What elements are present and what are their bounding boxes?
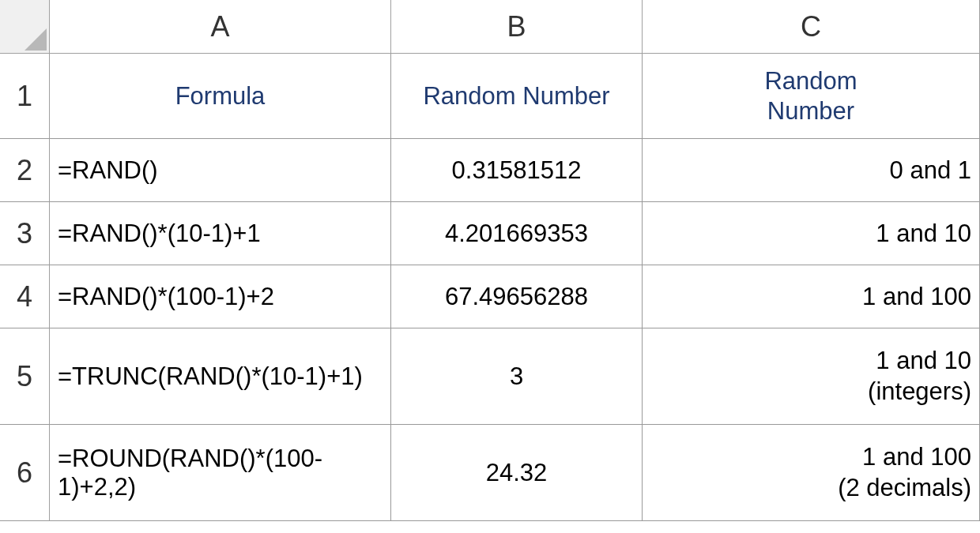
row-header-5[interactable]: 5 <box>0 328 50 425</box>
svg-marker-0 <box>24 28 47 51</box>
select-all-triangle-icon <box>24 28 47 51</box>
cell-A2[interactable]: =RAND() <box>50 139 391 202</box>
cell-C1[interactable]: Random Number <box>643 54 980 139</box>
cell-A3[interactable]: =RAND()*(10-1)+1 <box>50 202 391 265</box>
column-header-A[interactable]: A <box>50 0 391 54</box>
cell-C6-line2: (2 decimals) <box>838 473 971 504</box>
cell-C5-line2: (integers) <box>868 377 971 407</box>
cell-B1[interactable]: Random Number <box>391 54 643 139</box>
cell-B3[interactable]: 4.201669353 <box>391 202 643 265</box>
cell-B6[interactable]: 24.32 <box>391 425 643 521</box>
cell-C1-line2: Number <box>767 96 854 126</box>
cell-C2[interactable]: 0 and 1 <box>643 139 980 202</box>
spreadsheet-grid: A B C 1 Formula Random Number Random Num… <box>0 0 980 521</box>
row-header-2[interactable]: 2 <box>0 139 50 202</box>
select-all-corner[interactable] <box>0 0 50 54</box>
cell-A1[interactable]: Formula <box>50 54 391 139</box>
cell-C5-line1: 1 and 10 <box>876 346 971 377</box>
cell-A5[interactable]: =TRUNC(RAND()*(10-1)+1) <box>50 328 391 425</box>
cell-C6[interactable]: 1 and 100 (2 decimals) <box>643 425 980 521</box>
cell-C1-line1: Random <box>764 66 857 96</box>
cell-A6[interactable]: =ROUND(RAND()*(100-1)+2,2) <box>50 425 391 521</box>
row-header-4[interactable]: 4 <box>0 265 50 328</box>
cell-C3[interactable]: 1 and 10 <box>643 202 980 265</box>
cell-C4[interactable]: 1 and 100 <box>643 265 980 328</box>
row-header-3[interactable]: 3 <box>0 202 50 265</box>
row-header-6[interactable]: 6 <box>0 425 50 521</box>
cell-C5[interactable]: 1 and 10 (integers) <box>643 328 980 425</box>
row-header-1[interactable]: 1 <box>0 54 50 139</box>
column-header-C[interactable]: C <box>643 0 980 54</box>
cell-C6-line1: 1 and 100 <box>862 442 971 473</box>
cell-B2[interactable]: 0.31581512 <box>391 139 643 202</box>
cell-B5[interactable]: 3 <box>391 328 643 425</box>
cell-A4[interactable]: =RAND()*(100-1)+2 <box>50 265 391 328</box>
cell-B4[interactable]: 67.49656288 <box>391 265 643 328</box>
column-header-B[interactable]: B <box>391 0 643 54</box>
